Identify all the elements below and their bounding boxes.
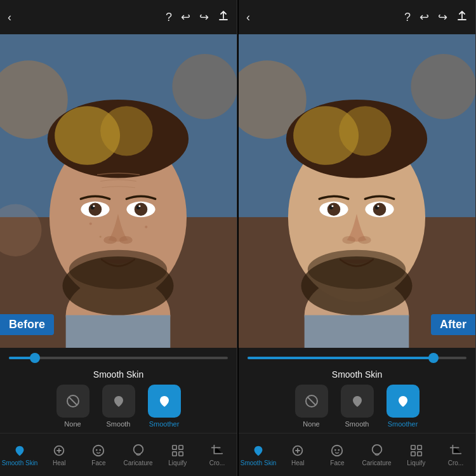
slider-track-after[interactable] xyxy=(248,357,466,359)
smooth-skin-section-after: Smooth Skin None Smooth Smoother xyxy=(239,366,475,433)
toolbar-smooth-skin-before[interactable]: Smooth Skin xyxy=(0,444,39,466)
redo-icon-after[interactable]: ↪ xyxy=(438,11,447,23)
svg-point-63 xyxy=(334,449,336,451)
bottom-toolbar-after: Smooth Skin Heal Face Caricature Liquify… xyxy=(239,433,475,476)
svg-rect-68 xyxy=(411,451,415,455)
smooth-label-after: Smooth xyxy=(345,420,369,428)
crop-toolbar-label-before: Cro... xyxy=(209,459,225,466)
svg-point-22 xyxy=(69,250,167,289)
before-photo: Before xyxy=(0,34,237,348)
back-icon-after[interactable]: ‹ xyxy=(246,11,250,23)
svg-point-56 xyxy=(358,236,371,244)
smooth-skin-toolbar-label-before: Smooth Skin xyxy=(2,459,38,466)
svg-line-60 xyxy=(308,397,315,405)
none-icon-box-after xyxy=(295,385,328,418)
share-icon-after[interactable] xyxy=(456,11,468,24)
toolbar-crop-after[interactable]: Cro... xyxy=(436,444,475,466)
toolbar-caricature-after[interactable]: Caricature xyxy=(357,444,397,466)
top-bar-right: ? ↩ ↪ xyxy=(166,11,229,24)
svg-point-23 xyxy=(89,222,92,225)
back-icon[interactable]: ‹ xyxy=(8,11,11,23)
face-toolbar-label-after: Face xyxy=(330,459,344,466)
svg-point-64 xyxy=(338,449,340,451)
toolbar-heal-before[interactable]: Heal xyxy=(39,444,79,466)
smoother-label-after: Smoother xyxy=(388,420,418,428)
svg-point-40 xyxy=(411,54,475,119)
svg-point-50 xyxy=(373,203,387,216)
top-bar-left: ‹ xyxy=(8,11,11,23)
svg-point-58 xyxy=(308,250,406,289)
heal-toolbar-label-after: Heal xyxy=(291,459,305,466)
top-bar-after: ‹ ? ↩ ↪ xyxy=(239,0,475,34)
before-panel: ‹ ? ↩ ↪ xyxy=(0,0,237,476)
svg-point-19 xyxy=(103,236,117,244)
liquify-toolbar-label-before: Liquify xyxy=(168,459,187,466)
slider-track-before[interactable] xyxy=(9,357,228,359)
help-icon[interactable]: ? xyxy=(166,11,172,23)
toolbar-face-after[interactable]: Face xyxy=(317,444,357,466)
svg-point-53 xyxy=(331,205,333,207)
option-smoother-after[interactable]: Smoother xyxy=(387,385,420,428)
liquify-toolbar-label-after: Liquify xyxy=(407,459,425,466)
smooth-skin-section-before: Smooth Skin None Smooth Smoother xyxy=(0,366,237,433)
help-icon-after[interactable]: ? xyxy=(404,11,411,23)
toolbar-liquify-after[interactable]: Liquify xyxy=(397,444,436,466)
svg-rect-35 xyxy=(173,451,176,455)
smoother-label-before: Smoother xyxy=(149,420,180,428)
svg-point-62 xyxy=(332,445,343,456)
toolbar-face-before[interactable]: Face xyxy=(79,444,118,466)
svg-point-18 xyxy=(138,205,140,207)
undo-icon[interactable]: ↩ xyxy=(181,11,190,23)
svg-point-32 xyxy=(133,444,143,454)
smooth-skin-title-before: Smooth Skin xyxy=(0,369,237,380)
toolbar-liquify-before[interactable]: Liquify xyxy=(158,444,197,466)
smooth-icon-box-before xyxy=(102,385,135,418)
option-none-after[interactable]: None xyxy=(295,385,328,428)
option-smoother-before[interactable]: Smoother xyxy=(148,385,181,428)
svg-point-30 xyxy=(96,449,98,451)
heal-toolbar-label-before: Heal xyxy=(53,459,66,466)
undo-icon-after[interactable]: ↩ xyxy=(420,11,429,23)
smooth-skin-title-after: Smooth Skin xyxy=(239,369,475,380)
svg-point-25 xyxy=(100,235,102,237)
svg-rect-69 xyxy=(418,451,421,455)
smoother-icon-box-after xyxy=(387,385,420,418)
slider-thumb-before[interactable] xyxy=(30,353,40,363)
svg-point-29 xyxy=(93,445,104,456)
svg-point-20 xyxy=(119,236,133,244)
svg-point-24 xyxy=(145,226,147,228)
svg-point-46 xyxy=(339,106,391,155)
share-icon[interactable] xyxy=(218,11,229,24)
svg-point-17 xyxy=(93,205,95,207)
svg-rect-67 xyxy=(418,445,421,449)
slider-section-after xyxy=(239,348,475,366)
option-smooth-after[interactable]: Smooth xyxy=(341,385,374,428)
slider-thumb-after[interactable] xyxy=(428,353,439,363)
option-smooth-before[interactable]: Smooth xyxy=(102,385,135,428)
svg-point-54 xyxy=(377,205,379,207)
top-bar-right-after: ? ↩ ↪ xyxy=(404,11,468,24)
options-row-after: None Smooth Smoother xyxy=(239,385,475,428)
after-panel: ‹ ? ↩ ↪ xyxy=(239,0,476,476)
smooth-icon-box-after xyxy=(341,385,374,418)
none-label-before: None xyxy=(64,420,81,428)
toolbar-heal-after[interactable]: Heal xyxy=(278,444,317,466)
options-row-before: None Smooth Smoother xyxy=(0,385,237,428)
slider-section-before xyxy=(0,348,237,366)
bottom-toolbar-before: Smooth Skin Heal Face Caricature Liquify… xyxy=(0,433,237,476)
svg-rect-6 xyxy=(66,315,171,348)
caricature-toolbar-label-before: Caricature xyxy=(124,459,153,466)
svg-point-14 xyxy=(135,203,148,216)
option-none-before[interactable]: None xyxy=(56,385,89,428)
redo-icon[interactable]: ↪ xyxy=(199,11,209,23)
toolbar-crop-before[interactable]: Cro... xyxy=(197,444,237,466)
toolbar-smooth-skin-after[interactable]: Smooth Skin xyxy=(239,444,278,466)
svg-rect-42 xyxy=(305,315,409,348)
none-label-after: None xyxy=(303,420,319,428)
toolbar-caricature-before[interactable]: Caricature xyxy=(119,444,158,466)
svg-rect-33 xyxy=(173,445,176,449)
smooth-label-before: Smooth xyxy=(107,420,131,428)
smooth-skin-toolbar-label-after: Smooth Skin xyxy=(241,459,277,466)
svg-point-49 xyxy=(327,203,341,216)
top-bar-left-after: ‹ xyxy=(246,11,250,23)
